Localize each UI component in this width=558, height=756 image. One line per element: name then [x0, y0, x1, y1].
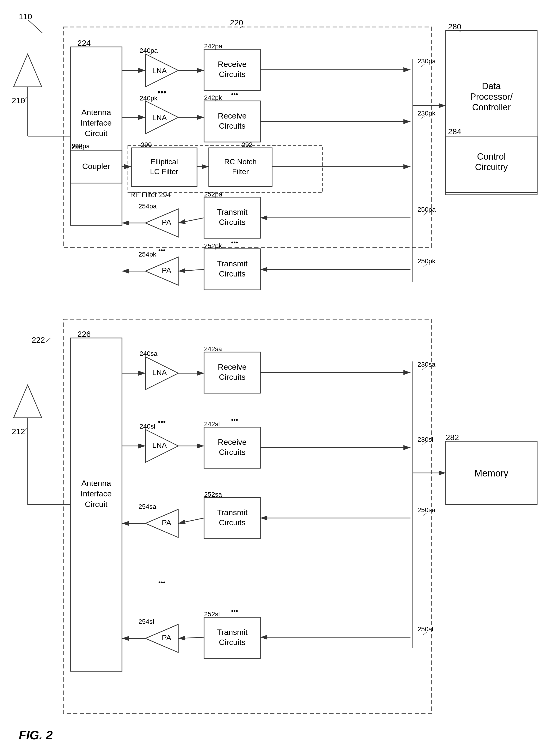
- label-tc-252pa2: Circuits: [219, 218, 245, 226]
- svg-line-2: [46, 338, 50, 342]
- label-lna-240sa: LNA: [152, 368, 167, 377]
- label-rc-242pa2: Circuits: [219, 70, 245, 79]
- label-230pa: 230pa: [417, 57, 436, 65]
- label-pa-254sa: PA: [162, 518, 172, 527]
- label-tc-252sa2: Circuits: [219, 518, 245, 527]
- label-254sl: 254sl: [138, 618, 154, 625]
- label-252pa: 252pa: [204, 191, 222, 198]
- label-284: 284: [448, 127, 461, 136]
- dots-rc-top: •••: [231, 90, 238, 98]
- label-ant-iface-bot3: Circuit: [85, 500, 108, 509]
- label-240pa: 240pa: [140, 47, 158, 54]
- label-tc-252pa1: Transmit: [217, 208, 248, 216]
- label-110: 110: [19, 12, 32, 21]
- label-252sl: 252sl: [204, 610, 220, 618]
- dots-lna-bot: •••: [158, 418, 166, 426]
- label-lna-240pk: LNA: [152, 113, 167, 122]
- line-tc-sa-pa: [178, 518, 204, 523]
- label-pa-254sl: PA: [162, 633, 172, 642]
- label-226: 226: [77, 330, 91, 338]
- label-240pk: 240pk: [140, 95, 158, 102]
- line-tc-pk-pa: [178, 269, 204, 271]
- label-242sa: 242sa: [204, 345, 222, 352]
- label-rc-242sa1: Receive: [218, 362, 247, 371]
- label-220: 220: [230, 18, 243, 27]
- label-data-processor3: Controller: [472, 102, 511, 112]
- label-254pa: 254pa: [138, 202, 157, 210]
- dots-tc-bot: •••: [231, 607, 238, 614]
- label-control-circ1: Control: [477, 152, 506, 162]
- label-data-processor: Data: [482, 81, 501, 91]
- label-control-circ2: Circuitry: [475, 162, 508, 172]
- label-tc-252sl2: Circuits: [219, 638, 245, 647]
- label-280: 280: [448, 22, 461, 31]
- label-282: 282: [446, 433, 459, 442]
- label-230pk: 230pk: [417, 109, 436, 117]
- label-tc-252sl1: Transmit: [217, 628, 248, 636]
- svg-line-20: [28, 20, 42, 33]
- label-tc-252pk2: Circuits: [219, 269, 245, 278]
- label-222: 222: [32, 335, 45, 344]
- label-252pk: 252pk: [204, 242, 222, 249]
- label-250pk: 250pk: [417, 258, 436, 265]
- label-rc-242pk1: Receive: [218, 111, 247, 120]
- label-224: 224: [77, 39, 91, 47]
- label-tc-252sa1: Transmit: [217, 508, 248, 517]
- antenna-212: [14, 385, 42, 418]
- label-250sl: 250sl: [417, 626, 433, 633]
- label-242pa: 242pa: [204, 43, 222, 50]
- label-memory: Memory: [475, 468, 508, 478]
- label-lna-240pa: LNA: [152, 67, 167, 75]
- label-pa-254pa: PA: [162, 218, 172, 226]
- label-rc-242pk2: Circuits: [219, 121, 245, 130]
- label-coupler: Coupler: [82, 162, 110, 171]
- label-240sl: 240sl: [140, 423, 155, 430]
- label-ant-iface-bot1: Antenna: [81, 479, 111, 487]
- label-tc-252pk1: Transmit: [217, 259, 248, 268]
- label-rc-242sl2: Circuits: [219, 447, 245, 457]
- label-rc-242sl1: Receive: [218, 438, 247, 446]
- label-242sl: 242sl: [204, 420, 220, 428]
- label-250pa: 250pa: [417, 206, 436, 213]
- dots-pa-top: •••: [158, 246, 165, 254]
- dots-rc-bot: •••: [231, 416, 238, 423]
- label-rcnotch1: RC Notch: [224, 157, 257, 166]
- label-250sa: 250sa: [417, 506, 436, 514]
- diagram-container: Data Processor/ Controller 280 Control C…: [0, 0, 558, 756]
- label-292: 292: [242, 141, 253, 148]
- label-240sa: 240sa: [140, 350, 158, 357]
- label-230sl: 230sl: [417, 436, 433, 443]
- label-ant-iface-top2: Interface: [81, 118, 112, 127]
- label-254pk: 254pk: [138, 251, 156, 258]
- dots-tc-top: •••: [231, 239, 238, 246]
- label-elliptical2: LC Filter: [150, 167, 178, 176]
- fig-label: FIG. 2: [19, 728, 53, 742]
- label-ant-iface-bot2: Interface: [81, 489, 112, 498]
- label-rcnotch2: Filter: [232, 167, 249, 176]
- line-tc-pa-pa: [178, 218, 204, 223]
- dots-lna-top: •••: [157, 87, 166, 97]
- dots-pa-bot: •••: [158, 579, 165, 586]
- line-tc-sl-pa: [178, 637, 204, 638]
- label-elliptical1: Elliptical: [150, 157, 178, 166]
- label-210: 210: [12, 96, 25, 105]
- label-254sa: 254sa: [138, 503, 156, 510]
- label-rc-242pa1: Receive: [218, 59, 247, 69]
- label-data-processor2: Processor/: [470, 92, 513, 102]
- label-rf-filter: RF Filter 294: [130, 191, 171, 199]
- label-212: 212: [12, 427, 25, 436]
- label-298pa: 298pa: [72, 143, 90, 150]
- label-rc-242sa2: Circuits: [219, 372, 245, 382]
- label-pa-254pk: PA: [162, 266, 172, 275]
- antenna-210: [14, 54, 42, 87]
- label-290: 290: [141, 141, 152, 148]
- label-ant-iface-top1: Antenna: [81, 108, 111, 117]
- label-252sa: 252sa: [204, 491, 222, 498]
- label-230sa: 230sa: [417, 361, 436, 368]
- label-ant-iface-top3: Circuit: [85, 129, 108, 138]
- label-lna-240sl: LNA: [152, 441, 167, 449]
- label-242pk: 242pk: [204, 94, 222, 101]
